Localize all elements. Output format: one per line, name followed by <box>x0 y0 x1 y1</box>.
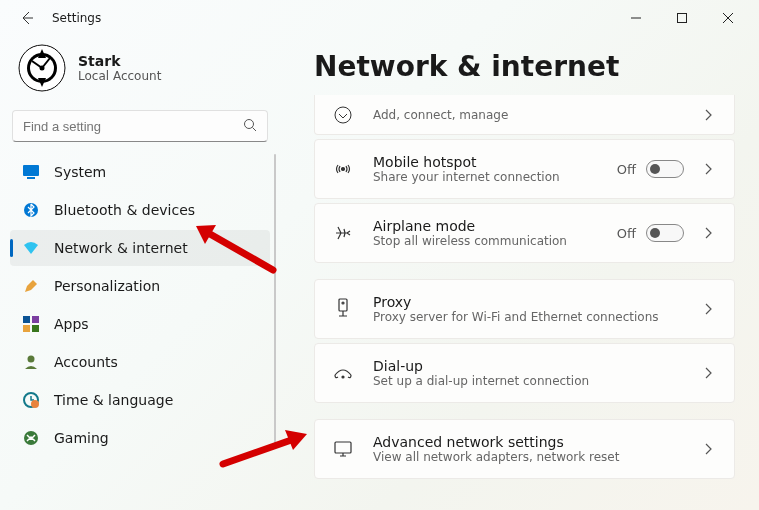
proxy-icon <box>331 297 355 321</box>
svg-rect-11 <box>23 325 30 332</box>
personalize-icon <box>22 277 40 295</box>
svg-point-21 <box>342 376 344 378</box>
maximize-button[interactable] <box>659 2 705 34</box>
chevron-right-icon <box>700 109 718 121</box>
card-title: Dial-up <box>373 358 700 374</box>
search-box[interactable] <box>12 110 268 142</box>
sidebar-item-personalization[interactable]: Personalization <box>10 268 270 304</box>
sidebar-item-network[interactable]: Network & internet <box>10 230 270 266</box>
profile-block[interactable]: Stark Local Account <box>10 40 270 110</box>
wifi-icon <box>22 239 40 257</box>
chevron-right-icon <box>700 227 718 239</box>
hotspot-icon <box>331 159 355 179</box>
minimize-button[interactable] <box>613 2 659 34</box>
profile-name: Stark <box>78 53 161 69</box>
svg-rect-12 <box>32 325 39 332</box>
profile-type: Local Account <box>78 69 161 83</box>
window-title: Settings <box>46 11 101 25</box>
svg-point-5 <box>245 119 254 128</box>
sidebar-item-label: Network & internet <box>54 240 188 256</box>
sidebar-item-label: Personalization <box>54 278 160 294</box>
sidebar-item-label: Gaming <box>54 430 109 446</box>
chevron-down-icon <box>331 105 355 125</box>
bluetooth-icon <box>22 201 40 219</box>
sidebar-item-label: System <box>54 164 106 180</box>
card-title: Advanced network settings <box>373 434 700 450</box>
svg-rect-6 <box>23 165 39 176</box>
card-subtitle: Share your internet connection <box>373 170 617 184</box>
time-icon <box>22 391 40 409</box>
card-title: Proxy <box>373 294 700 310</box>
sidebar-item-apps[interactable]: Apps <box>10 306 270 342</box>
sidebar: Stark Local Account System Bluetooth & d… <box>0 36 280 510</box>
back-button[interactable] <box>8 0 46 36</box>
settings-card-advanced[interactable]: Advanced network settings View all netwo… <box>314 419 735 479</box>
nav-list: System Bluetooth & devices Network & int… <box>10 154 270 456</box>
svg-point-20 <box>342 302 344 304</box>
svg-point-13 <box>28 356 35 363</box>
advanced-network-icon <box>331 439 355 459</box>
search-icon <box>243 118 257 135</box>
card-subtitle: Stop all wireless communication <box>373 234 617 248</box>
sidebar-item-bluetooth[interactable]: Bluetooth & devices <box>10 192 270 228</box>
hotspot-toggle[interactable] <box>646 160 684 178</box>
settings-card-hotspot[interactable]: Mobile hotspot Share your internet conne… <box>314 139 735 199</box>
search-input[interactable] <box>23 119 243 134</box>
page-title: Network & internet <box>314 50 735 83</box>
card-subtitle: Set up a dial-up internet connection <box>373 374 700 388</box>
sidebar-item-label: Accounts <box>54 354 118 370</box>
sidebar-item-label: Apps <box>54 316 89 332</box>
sidebar-item-system[interactable]: System <box>10 154 270 190</box>
toggle-state: Off <box>617 226 636 241</box>
card-subtitle: Proxy server for Wi-Fi and Ethernet conn… <box>373 310 700 324</box>
sidebar-item-label: Bluetooth & devices <box>54 202 195 218</box>
sidebar-item-time[interactable]: Time & language <box>10 382 270 418</box>
toggle-state: Off <box>617 162 636 177</box>
card-subtitle: View all network adapters, network reset <box>373 450 700 464</box>
sidebar-item-gaming[interactable]: Gaming <box>10 420 270 456</box>
svg-point-15 <box>31 400 39 408</box>
system-icon <box>22 163 40 181</box>
avatar <box>18 44 66 92</box>
svg-point-17 <box>335 107 351 123</box>
dialup-icon <box>331 363 355 383</box>
svg-rect-22 <box>335 442 351 453</box>
svg-rect-10 <box>32 316 39 323</box>
svg-rect-7 <box>27 177 35 179</box>
main-panel: Network & internet Add, connect, manage … <box>280 36 759 510</box>
settings-card-partial[interactable]: Add, connect, manage <box>314 95 735 135</box>
card-title: Mobile hotspot <box>373 154 617 170</box>
close-button[interactable] <box>705 2 751 34</box>
chevron-right-icon <box>700 303 718 315</box>
chevron-right-icon <box>700 443 718 455</box>
card-title: Airplane mode <box>373 218 617 234</box>
svg-rect-19 <box>339 299 347 311</box>
card-subtitle: Add, connect, manage <box>373 108 700 122</box>
chevron-right-icon <box>700 367 718 379</box>
gaming-icon <box>22 429 40 447</box>
settings-card-dialup[interactable]: Dial-up Set up a dial-up internet connec… <box>314 343 735 403</box>
sidebar-item-label: Time & language <box>54 392 173 408</box>
airplane-toggle[interactable] <box>646 224 684 242</box>
svg-rect-0 <box>678 14 687 23</box>
svg-rect-9 <box>23 316 30 323</box>
settings-card-airplane[interactable]: Airplane mode Stop all wireless communic… <box>314 203 735 263</box>
settings-card-proxy[interactable]: Proxy Proxy server for Wi-Fi and Etherne… <box>314 279 735 339</box>
airplane-icon <box>331 223 355 243</box>
sidebar-item-accounts[interactable]: Accounts <box>10 344 270 380</box>
svg-point-18 <box>342 168 345 171</box>
apps-icon <box>22 315 40 333</box>
chevron-right-icon <box>700 163 718 175</box>
accounts-icon <box>22 353 40 371</box>
